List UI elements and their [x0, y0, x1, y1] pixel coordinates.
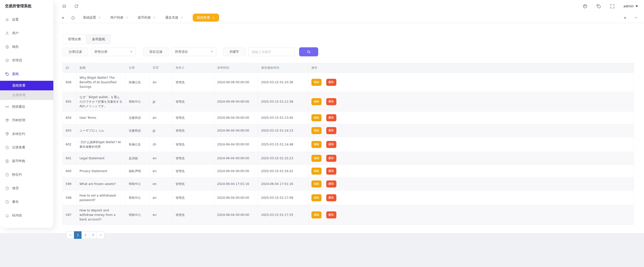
tab-bar: « 基础设置 × 用户列表 × 提币列表 × 通 [53, 12, 644, 23]
sidebar-item-label: 币种管理 [12, 118, 25, 123]
coin-icon [5, 159, 9, 163]
delete-button[interactable]: 删除 [326, 211, 336, 218]
tabs-scroll-right[interactable]: » [624, 15, 626, 20]
cell-published-time: 2024-06-04 00:00:00 [214, 137, 258, 152]
tag-icon[interactable] [596, 4, 601, 9]
home-icon[interactable] [71, 16, 75, 20]
cell-id: 601 [63, 152, 76, 165]
delete-button[interactable]: 删除 [326, 141, 336, 148]
search-button[interactable] [299, 47, 318, 56]
cell-id: 603 [63, 124, 76, 137]
sidebar-item[interactable]: 量化 [0, 195, 53, 209]
tabbar-right: » [624, 15, 638, 20]
sidebar-item[interactable]: 永续合约 [0, 127, 53, 141]
page-button-label: 1 [77, 233, 79, 237]
tabbar-tab[interactable]: 新闻查看 × [193, 14, 219, 22]
cell-published-time: 2024-09-09 00:00:00 [214, 73, 258, 92]
page-button[interactable]: 3 [89, 231, 97, 239]
edit-button[interactable]: 编辑 [311, 79, 321, 86]
delete-button[interactable]: 删除 [326, 127, 336, 134]
cell-actions: 编辑 删除 [308, 137, 634, 152]
fullscreen-icon[interactable] [610, 4, 615, 9]
tabbar-tab[interactable]: 提币列表 × [138, 15, 156, 20]
username: admin [623, 4, 634, 8]
table-row: 602 ·为什么选择Bitget Wallet？AI量化储蓄的优势 轮播公告 z… [63, 137, 634, 152]
content-tabs: 管理分类 发布新闻 [62, 34, 644, 44]
sidebar-item[interactable]: 新币申购 [0, 154, 53, 168]
edit-button[interactable]: 编辑 [311, 168, 321, 175]
cell-language: en [150, 73, 173, 92]
cell-id: 605 [63, 92, 76, 111]
edit-button[interactable]: 编辑 [311, 155, 321, 162]
delete-button[interactable]: 删除 [326, 194, 336, 201]
delete-button[interactable]: 删除 [326, 114, 336, 121]
page-button[interactable]: 2 [82, 231, 89, 239]
close-icon[interactable]: × [126, 16, 128, 19]
close-icon[interactable]: × [153, 16, 156, 19]
page-button[interactable]: « [66, 231, 74, 239]
close-icon[interactable]: × [181, 16, 183, 19]
collapse-menu-icon[interactable] [62, 4, 67, 9]
cell-modified-time: 2024-06-04 17:01:16 [258, 178, 308, 190]
cell-actions: 编辑 删除 [308, 205, 634, 225]
content-tab[interactable]: 管理分类 [62, 34, 87, 44]
topbar-left [62, 4, 79, 9]
table-row: 606 Why Bitget Wallet? The Benefits of A… [63, 73, 634, 92]
sidebar-item[interactable]: 投拆建议 [0, 100, 53, 113]
category-select[interactable]: 所有分类 [91, 48, 136, 56]
close-icon[interactable]: × [212, 16, 215, 19]
theme-palette-icon[interactable] [583, 4, 588, 9]
page-button[interactable]: 1 [74, 231, 82, 239]
sidebar-item-label: 用户 [12, 31, 19, 35]
tabbar-tab[interactable]: 通道充值 × [165, 15, 183, 20]
sidebar-item[interactable]: 钱包 [0, 40, 53, 54]
edit-button[interactable]: 编辑 [311, 194, 321, 201]
column-header: 语言 [150, 63, 173, 73]
refresh-icon[interactable] [74, 4, 79, 9]
column-header: ID [63, 63, 76, 73]
user-menu[interactable]: admin [623, 4, 638, 8]
content-tab[interactable]: 发布新闻 [87, 34, 111, 44]
sidebar-subitem[interactable]: 新闻查看 [0, 81, 53, 90]
chevron-down-icon[interactable] [634, 16, 638, 20]
edit-button[interactable]: 编辑 [311, 211, 321, 218]
cell-publisher: 管理员 [173, 124, 214, 137]
sidebar-item-news[interactable]: 新闻 [0, 67, 53, 81]
edit-button[interactable]: 编辑 [311, 127, 321, 134]
sidebar-item[interactable]: 设置 [0, 13, 53, 26]
edit-button[interactable]: 编辑 [311, 180, 321, 187]
delete-button[interactable]: 删除 [326, 168, 336, 175]
tabbar-tab[interactable]: 用户列表 × [110, 15, 128, 20]
language-select[interactable]: 所有语言 [172, 48, 216, 56]
close-icon[interactable]: × [98, 16, 101, 19]
keyword-input[interactable] [248, 48, 295, 56]
edit-button[interactable]: 编辑 [311, 98, 321, 105]
sidebar-subitem[interactable]: 分类管理 [0, 90, 53, 100]
table-row: 597 How to deposit and withdraw money fr… [63, 205, 634, 225]
sidebar-item[interactable]: 用户 [0, 26, 53, 40]
sidebar-item[interactable]: 记录查看 [0, 141, 53, 154]
sidebar-item[interactable]: 站内信 [0, 209, 53, 222]
tabs-scroll-left[interactable]: « [62, 15, 64, 20]
page-button-label: » [100, 233, 101, 237]
page-button[interactable]: » [97, 231, 104, 239]
delete-button[interactable]: 删除 [326, 79, 336, 86]
sidebar-item[interactable]: 借贷 [0, 181, 53, 195]
tabbar-tab[interactable]: 基础设置 × [83, 15, 101, 20]
caret-down-icon [211, 51, 213, 53]
delete-button[interactable]: 删除 [326, 98, 336, 105]
sidebar-item[interactable]: 管理员 [0, 54, 53, 67]
cell-published-time: 2024-06-04 00:00:00 [214, 124, 258, 137]
edit-button[interactable]: 编辑 [311, 141, 321, 148]
delete-button[interactable]: 删除 [326, 155, 336, 162]
edit-button[interactable]: 编辑 [311, 114, 321, 121]
sidebar-item[interactable]: 币种管理 [0, 113, 53, 127]
page-button-label: 3 [92, 233, 94, 237]
sidebar-item-label: 借贷 [12, 186, 19, 190]
cell-publisher: 管理员 [173, 165, 214, 178]
cell-language: en [150, 111, 173, 124]
table-header-row: ID标题分类语言发布人发布时间最后修改时间操作 [63, 63, 634, 73]
gear-icon [5, 18, 9, 22]
sidebar-item[interactable]: 秒合约 [0, 168, 53, 181]
delete-button[interactable]: 删除 [326, 180, 336, 187]
